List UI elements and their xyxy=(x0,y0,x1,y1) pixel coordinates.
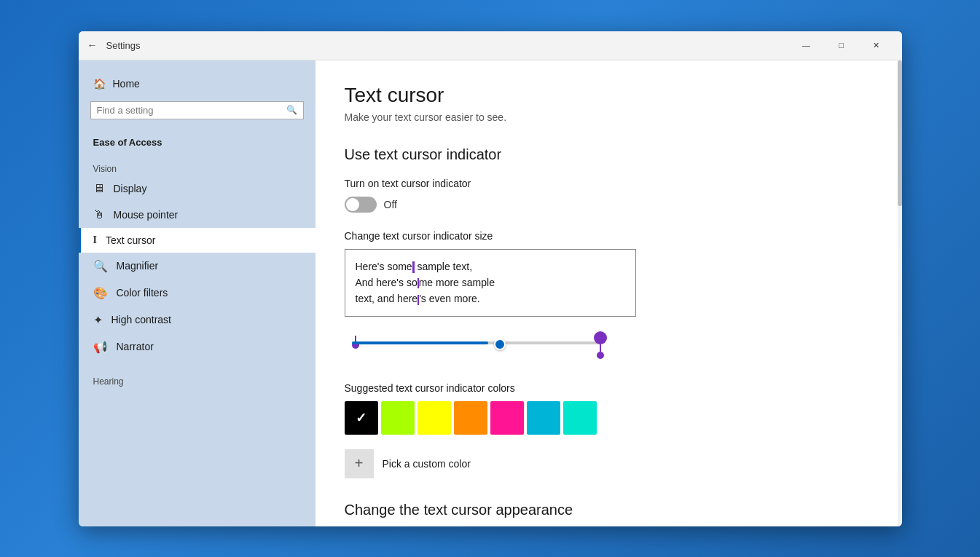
sidebar-item-mouse-pointer-label: Mouse pointer xyxy=(114,209,179,221)
sidebar-item-home[interactable]: 🏠 Home xyxy=(79,72,315,95)
cursor-indicator-3 xyxy=(418,295,419,305)
sidebar-item-narrator[interactable]: 📢 Narrator xyxy=(79,333,315,360)
home-label: Home xyxy=(113,78,140,90)
search-box[interactable]: 🔍 xyxy=(90,101,304,119)
sidebar-item-display[interactable]: 🖥 Display xyxy=(79,175,315,202)
maximize-button[interactable]: □ xyxy=(825,33,858,57)
slider-right-marker xyxy=(594,331,607,359)
color-swatch-yellow[interactable] xyxy=(418,401,451,435)
toggle-knob xyxy=(346,198,359,211)
content-area: 🏠 Home 🔍 Ease of Access Vision 🖥 Display… xyxy=(79,60,902,526)
back-button[interactable]: ← xyxy=(87,39,98,51)
marker-circle-right-bottom xyxy=(597,352,604,359)
sidebar-item-color-filters-label: Color filters xyxy=(117,287,168,299)
window-title: Settings xyxy=(106,40,790,51)
sidebar-item-display-label: Display xyxy=(114,183,147,194)
search-icon: 🔍 xyxy=(286,105,297,115)
mouse-pointer-icon: 🖱 xyxy=(93,208,105,221)
slider-thumb[interactable] xyxy=(494,339,506,350)
window-controls: — □ ✕ xyxy=(790,33,893,57)
toggle-row: Off xyxy=(345,197,873,213)
sidebar-item-magnifier[interactable]: 🔍 Magnifier xyxy=(79,253,315,280)
sidebar-item-high-contrast[interactable]: ✦ High contrast xyxy=(79,307,315,333)
scrollbar-thumb[interactable] xyxy=(898,60,902,206)
color-swatch-lime[interactable] xyxy=(381,401,415,435)
scrollbar-track[interactable] xyxy=(898,60,902,526)
close-button[interactable]: ✕ xyxy=(860,33,893,57)
page-title: Text cursor xyxy=(345,84,873,107)
slider-track xyxy=(352,341,600,344)
color-swatch-black[interactable] xyxy=(345,401,378,435)
size-slider-container xyxy=(345,328,614,365)
sample-text-line3: text, and here's even more. xyxy=(356,291,625,307)
color-swatch-cyan[interactable] xyxy=(527,401,560,435)
section2-title: Change the text cursor appearance xyxy=(345,502,873,518)
color-swatches xyxy=(345,401,873,435)
color-swatch-pink[interactable] xyxy=(490,401,524,435)
magnifier-icon: 🔍 xyxy=(93,259,108,273)
toggle-label: Turn on text cursor indicator xyxy=(345,178,873,189)
sidebar-item-mouse-pointer[interactable]: 🖱 Mouse pointer xyxy=(79,202,315,228)
sidebar-section-title: Ease of Access xyxy=(79,131,315,151)
sidebar-item-color-filters[interactable]: 🎨 Color filters xyxy=(79,280,315,307)
sample-text-line1: Here's some sample text, xyxy=(356,258,625,274)
sidebar-item-magnifier-label: Magnifier xyxy=(117,260,159,272)
slider-label: Change text cursor indicator size xyxy=(345,230,873,242)
color-filters-icon: 🎨 xyxy=(93,286,108,300)
marker-line-top-left xyxy=(355,336,356,341)
color-swatch-turquoise[interactable] xyxy=(563,401,597,435)
section1-title: Use text cursor indicator xyxy=(345,146,873,163)
sidebar-item-narrator-label: Narrator xyxy=(117,341,154,352)
main-content: Text cursor Make your text cursor easier… xyxy=(315,60,902,526)
home-icon: 🏠 xyxy=(93,78,106,90)
text-cursor-icon: I xyxy=(93,234,97,246)
page-subtitle: Make your text cursor easier to see. xyxy=(345,111,873,123)
color-swatch-orange[interactable] xyxy=(454,401,487,435)
vision-category-label: Vision xyxy=(79,159,315,175)
toggle-state-label: Off xyxy=(384,199,397,210)
settings-window: ← Settings — □ ✕ 🏠 Home 🔍 Ease of Access… xyxy=(79,31,902,526)
marker-line-right xyxy=(600,344,601,352)
hearing-category-label: Hearing xyxy=(79,372,315,388)
search-input[interactable] xyxy=(97,105,286,116)
display-icon: 🖥 xyxy=(93,182,105,195)
sample-text-box: Here's some sample text, And here's some… xyxy=(345,249,636,317)
custom-color-button[interactable]: + Pick a custom color xyxy=(345,449,873,478)
colors-label: Suggested text cursor indicator colors xyxy=(345,382,873,394)
marker-circle-right-top xyxy=(594,331,607,344)
slider-fill xyxy=(352,341,488,344)
narrator-icon: 📢 xyxy=(93,340,108,354)
cursor-indicator-toggle[interactable] xyxy=(345,197,377,213)
sample-text-line2: And here's some more sample xyxy=(356,274,625,291)
plus-icon: + xyxy=(345,449,374,478)
sidebar: 🏠 Home 🔍 Ease of Access Vision 🖥 Display… xyxy=(79,60,315,526)
sidebar-item-text-cursor[interactable]: I Text cursor xyxy=(79,228,315,253)
cursor-indicator-2 xyxy=(418,278,419,288)
sidebar-item-high-contrast-label: High contrast xyxy=(111,314,171,325)
sidebar-item-text-cursor-label: Text cursor xyxy=(106,234,155,246)
custom-color-label: Pick a custom color xyxy=(383,458,471,470)
minimize-button[interactable]: — xyxy=(790,33,823,57)
titlebar: ← Settings — □ ✕ xyxy=(79,31,902,60)
high-contrast-icon: ✦ xyxy=(93,313,103,327)
cursor-indicator-1 xyxy=(412,261,415,273)
